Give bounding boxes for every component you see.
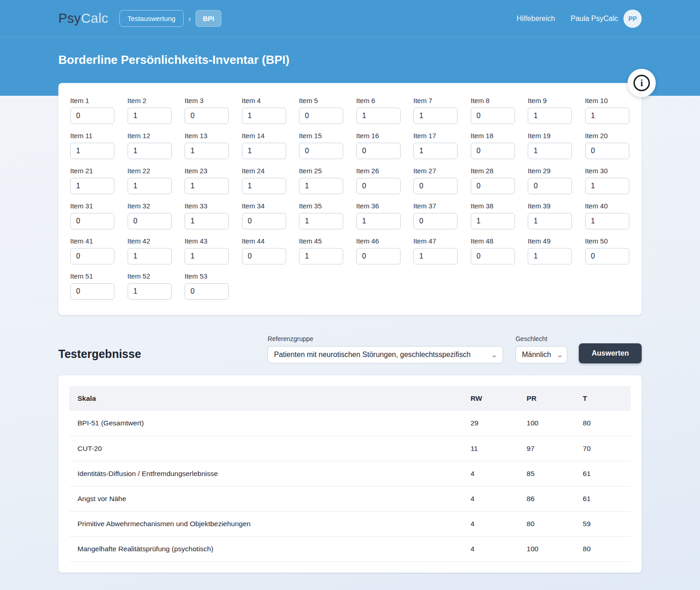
- item-input[interactable]: [185, 283, 229, 300]
- item-input[interactable]: [70, 248, 114, 264]
- item-input[interactable]: [356, 248, 401, 264]
- cell-skala: CUT-20: [69, 436, 462, 461]
- item-label: Item 32: [128, 202, 172, 210]
- item-input[interactable]: [299, 248, 343, 264]
- item-input[interactable]: [70, 213, 114, 229]
- item-field: Item 43: [185, 237, 229, 264]
- item-label: Item 16: [356, 132, 401, 140]
- table-row: Mangelhafte Realitätsprüfung (psychotisc…: [69, 536, 631, 561]
- item-field: Item 37: [413, 202, 458, 229]
- cell-skala: Mangelhafte Realitätsprüfung (psychotisc…: [69, 536, 462, 561]
- item-input[interactable]: [413, 213, 458, 229]
- item-label: Item 37: [413, 202, 458, 210]
- item-input[interactable]: [299, 108, 343, 124]
- user-menu[interactable]: Paula PsyCalc PP: [571, 10, 642, 28]
- item-field: Item 8: [471, 97, 515, 124]
- item-label: Item 11: [70, 132, 114, 140]
- item-input[interactable]: [471, 143, 515, 159]
- item-field: Item 27: [413, 167, 458, 194]
- item-field: Item 20: [585, 132, 629, 159]
- chevron-right-icon: ›: [188, 15, 191, 23]
- brand-logo-part1: Psy: [58, 11, 81, 26]
- item-input[interactable]: [356, 143, 401, 159]
- item-field: Item 38: [471, 202, 515, 229]
- item-input[interactable]: [185, 213, 229, 229]
- item-input[interactable]: [70, 108, 114, 124]
- item-input[interactable]: [299, 143, 343, 159]
- reference-group-select[interactable]: Patienten mit neurotischen Störungen, ge…: [268, 346, 503, 363]
- item-input[interactable]: [185, 143, 229, 159]
- item-input[interactable]: [242, 108, 286, 124]
- item-label: Item 46: [356, 237, 401, 245]
- item-input[interactable]: [528, 108, 572, 124]
- item-input[interactable]: [185, 248, 229, 264]
- item-input[interactable]: [585, 178, 629, 194]
- item-input[interactable]: [356, 213, 401, 229]
- column-header-rw: RW: [462, 386, 518, 411]
- item-label: Item 26: [356, 167, 401, 175]
- item-input[interactable]: [471, 248, 515, 264]
- page-title: Borderline Persönlichkeits-Inventar (BPI…: [58, 37, 642, 67]
- item-label: Item 2: [128, 97, 172, 104]
- gender-select[interactable]: Männlich ⌄: [515, 346, 567, 363]
- item-input[interactable]: [413, 143, 458, 159]
- results-card: Skala RW PR T BPI-51 (Gesamtwert)2910080…: [58, 375, 642, 573]
- item-field: Item 1: [70, 97, 114, 124]
- item-field: Item 36: [356, 202, 401, 229]
- item-label: Item 10: [585, 97, 629, 104]
- evaluate-button[interactable]: Auswerten: [579, 343, 642, 363]
- item-label: Item 30: [585, 167, 629, 175]
- item-input[interactable]: [242, 143, 286, 159]
- item-input[interactable]: [585, 143, 629, 159]
- info-button[interactable]: i: [628, 69, 656, 97]
- item-input[interactable]: [128, 178, 172, 194]
- item-input[interactable]: [128, 108, 172, 124]
- item-input[interactable]: [185, 108, 229, 124]
- chevron-down-icon: ⌄: [491, 352, 498, 358]
- item-input[interactable]: [585, 108, 629, 124]
- item-input[interactable]: [471, 108, 515, 124]
- item-field: Item 11: [70, 132, 114, 159]
- cell-skala: Angst vor Nähe: [69, 486, 462, 511]
- item-input[interactable]: [70, 283, 114, 300]
- item-field: Item 18: [471, 132, 515, 159]
- item-field: Item 53: [185, 272, 229, 300]
- item-input[interactable]: [585, 248, 629, 264]
- item-input[interactable]: [299, 178, 343, 194]
- brand-logo[interactable]: PsyCalc: [58, 11, 108, 26]
- item-input[interactable]: [299, 213, 343, 229]
- item-input[interactable]: [528, 248, 572, 264]
- item-input[interactable]: [528, 213, 572, 229]
- item-input[interactable]: [70, 178, 114, 194]
- item-label: Item 35: [299, 202, 343, 210]
- item-input[interactable]: [471, 178, 515, 194]
- item-input[interactable]: [128, 283, 172, 300]
- item-input[interactable]: [242, 213, 286, 229]
- item-input[interactable]: [528, 143, 572, 159]
- breadcrumb-item-bpi[interactable]: BPI: [196, 10, 221, 27]
- item-input[interactable]: [70, 143, 114, 159]
- item-input[interactable]: [242, 248, 286, 264]
- cell-t: 80: [575, 411, 631, 436]
- help-link[interactable]: Hilfebereich: [516, 15, 555, 23]
- item-input[interactable]: [471, 213, 515, 229]
- item-input[interactable]: [413, 248, 458, 264]
- item-input[interactable]: [356, 108, 401, 124]
- item-input[interactable]: [242, 178, 286, 194]
- item-input[interactable]: [128, 143, 172, 159]
- item-field: Item 6: [356, 97, 401, 124]
- item-input[interactable]: [585, 213, 629, 229]
- avatar[interactable]: PP: [623, 10, 642, 28]
- item-input[interactable]: [185, 178, 229, 194]
- item-input[interactable]: [128, 248, 172, 264]
- breadcrumb-item-testauswertung[interactable]: Testauswertung: [119, 10, 184, 27]
- item-field: Item 25: [299, 167, 343, 194]
- item-input[interactable]: [528, 178, 572, 194]
- item-input[interactable]: [413, 178, 458, 194]
- item-input[interactable]: [128, 213, 172, 229]
- item-label: Item 51: [70, 272, 114, 280]
- item-label: Item 40: [585, 202, 629, 210]
- item-input[interactable]: [413, 108, 458, 124]
- item-field: Item 44: [242, 237, 286, 264]
- item-input[interactable]: [356, 178, 401, 194]
